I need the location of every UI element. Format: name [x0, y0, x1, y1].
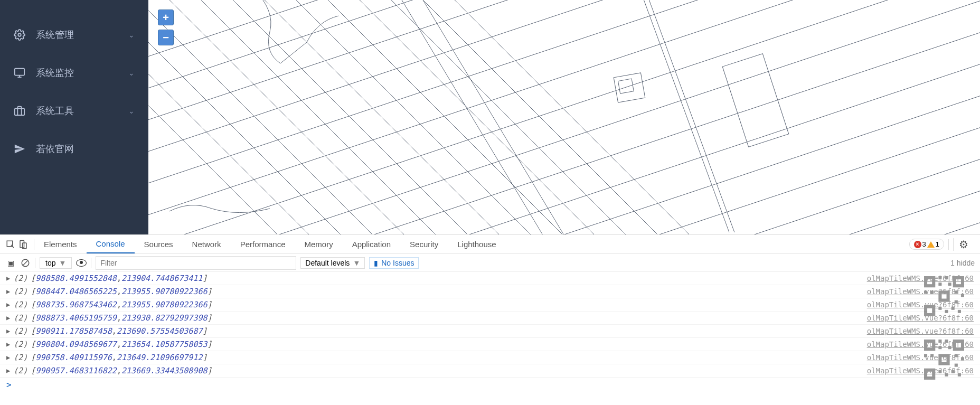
log-array-length: (2)	[13, 300, 27, 309]
log-value-0: 988873.4065195759	[35, 313, 117, 323]
console-log-row[interactable]: ▶(2)[988447.0486565225, 213955.907809223…	[0, 285, 980, 298]
execution-context-select[interactable]: top ▼	[40, 257, 72, 269]
log-value-0: 990758.409115976	[35, 353, 112, 362]
log-array-length: (2)	[13, 274, 27, 283]
issues-button[interactable]: ▮ No Issues	[369, 257, 419, 269]
log-source-link[interactable]: olMapTileWMS.vue?6f8f:60	[867, 287, 974, 296]
svg-line-11	[148, 0, 980, 106]
zoom-out-button[interactable]: −	[158, 30, 174, 45]
expand-icon[interactable]: ▶	[6, 354, 10, 361]
devtools-settings-icon[interactable]: ⚙	[953, 238, 974, 251]
levels-label: Default levels	[305, 259, 350, 267]
expand-icon[interactable]: ▶	[6, 314, 10, 322]
plane-icon	[14, 143, 25, 155]
log-source-link[interactable]: olMapTileWMS.vue?6f8f:60	[867, 314, 974, 322]
svg-rect-41	[618, 79, 634, 93]
sidebar-item-system-monitor[interactable]: 系统监控 ⌄	[0, 54, 148, 92]
zoom-in-button[interactable]: +	[158, 10, 174, 25]
warning-count: 1	[936, 240, 939, 248]
warning-icon	[927, 241, 935, 248]
console-log-row[interactable]: ▶(2)[990911.178587458, 213690.5755450368…	[0, 325, 980, 338]
console-sidebar-toggle-icon[interactable]: ▣	[5, 258, 16, 268]
svg-line-5	[148, 0, 980, 234]
map-viewport[interactable]: + −	[148, 0, 980, 234]
tab-console[interactable]: Console	[87, 235, 135, 253]
svg-line-23	[148, 0, 497, 234]
svg-line-19	[148, 201, 980, 234]
sidebar-item-system-tools[interactable]: 系统工具 ⌄	[0, 92, 148, 130]
console-log-row[interactable]: ▶(2)[988873.4065195759, 213930.827929973…	[0, 312, 980, 325]
svg-point-0	[18, 33, 21, 36]
svg-line-33	[338, 0, 814, 234]
log-value-0: 988588.4991552848	[35, 274, 117, 283]
expand-icon[interactable]: ▶	[6, 367, 10, 374]
console-log-row[interactable]: ▶(2)[988588.4991552848, 213904.744867341…	[0, 272, 980, 285]
log-levels-select[interactable]: Default levels ▼	[300, 257, 365, 269]
error-warning-badge[interactable]: × 3 1	[909, 239, 944, 250]
svg-rect-1	[15, 69, 24, 76]
hidden-messages-label: 1 hidde	[950, 259, 975, 267]
log-source-link[interactable]: olMapTileWMS.vue?6f8f:60	[867, 340, 974, 349]
svg-line-17	[148, 137, 980, 234]
console-prompt[interactable]: >	[0, 378, 980, 392]
console-log-row[interactable]: ▶(2)[988735.9687543462, 213955.907809223…	[0, 298, 980, 312]
devtools-panel: Elements Console Sources Network Perform…	[0, 234, 980, 405]
console-filter-input[interactable]	[96, 256, 296, 270]
log-source-link[interactable]: olMapTileWMS.vue?6f8f:60	[867, 366, 974, 375]
log-source-link[interactable]: olMapTileWMS.vue?6f8f:60	[867, 274, 974, 282]
live-expression-icon[interactable]	[76, 258, 87, 268]
console-log-row[interactable]: ▶(2)[990758.409115976, 213649.2109669791…	[0, 351, 980, 364]
clear-console-icon[interactable]	[20, 258, 31, 268]
tab-application[interactable]: Application	[343, 235, 400, 253]
tab-elements[interactable]: Elements	[34, 235, 87, 253]
log-source-link[interactable]: olMapTileWMS.vue?6f8f:60	[867, 353, 974, 362]
expand-icon[interactable]: ▶	[6, 275, 10, 282]
log-value-1: 213930.82792997398	[121, 313, 208, 323]
console-log-row[interactable]: ▶(2)[990957.4683116822, 213669.334435089…	[0, 364, 980, 378]
svg-line-30	[243, 0, 719, 234]
tab-security[interactable]: Security	[400, 235, 448, 253]
expand-icon[interactable]: ▶	[6, 301, 10, 308]
inspect-element-icon[interactable]	[5, 239, 16, 250]
log-value-0: 990957.4683116822	[35, 366, 117, 375]
tab-memory[interactable]: Memory	[295, 235, 343, 253]
svg-rect-40	[614, 73, 645, 102]
console-log-list: ▶(2)[988588.4991552848, 213904.744867341…	[0, 272, 980, 405]
device-toggle-icon[interactable]	[18, 239, 29, 250]
console-log-row[interactable]: ▶(2)[990804.0948569677, 213654.105877580…	[0, 338, 980, 351]
monitor-icon	[14, 67, 25, 79]
sidebar-item-label: 系统监控	[36, 67, 74, 79]
chevron-down-icon: ⌄	[128, 69, 135, 77]
svg-line-16	[148, 106, 980, 234]
log-value-1: 213654.10587758053	[121, 340, 208, 349]
log-array-length: (2)	[13, 353, 27, 362]
expand-icon[interactable]: ▶	[6, 341, 10, 348]
sidebar-item-official-site[interactable]: 若依官网	[0, 130, 148, 168]
log-value-1: 213669.33443508908	[121, 366, 208, 375]
svg-line-10	[148, 0, 980, 137]
log-value-1: 213955.90780922366	[121, 300, 208, 309]
svg-line-29	[212, 0, 687, 234]
expand-icon[interactable]: ▶	[6, 288, 10, 295]
log-array-length: (2)	[13, 287, 27, 296]
tab-lighthouse[interactable]: Lighthouse	[448, 235, 505, 253]
log-value-1: 213955.90780922366	[121, 287, 208, 296]
log-value-0: 988735.9687543462	[35, 300, 117, 309]
svg-line-37	[407, 0, 581, 234]
expand-icon[interactable]: ▶	[6, 327, 10, 335]
tab-network[interactable]: Network	[183, 235, 231, 253]
map-zoom-control: + −	[158, 10, 174, 45]
log-source-link[interactable]: olMapTileWMS.vue?6f8f:60	[867, 300, 974, 309]
log-source-link[interactable]: olMapTileWMS.vue?6f8f:60	[867, 327, 974, 335]
svg-line-24	[148, 0, 529, 234]
log-value-1: 213649.21096697912	[117, 353, 203, 362]
chevron-down-icon: ⌄	[128, 107, 135, 115]
log-array-length: (2)	[13, 326, 27, 336]
log-array-length: (2)	[13, 313, 27, 323]
tab-sources[interactable]: Sources	[135, 235, 183, 253]
log-value-0: 990804.0948569677	[35, 340, 117, 349]
sidebar-item-system-manage[interactable]: 系统管理 ⌄	[0, 16, 148, 54]
sidebar-item-label: 系统工具	[36, 105, 74, 117]
map-tiles	[148, 0, 980, 234]
tab-performance[interactable]: Performance	[231, 235, 295, 253]
